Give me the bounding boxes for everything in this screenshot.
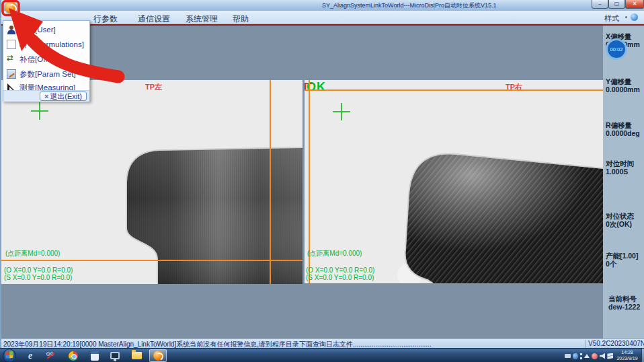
screen: SY_AliagnSystemLinkToWorld---MicroDistPr… bbox=[0, 0, 644, 362]
metric-value: 0.0000mm bbox=[606, 85, 644, 94]
metric-capacity: 产能[1.00] 0个 bbox=[606, 252, 644, 268]
help-orb-icon[interactable] bbox=[631, 13, 638, 21]
menu-option-user[interactable]: 用户[User] bbox=[3, 22, 89, 37]
minimize-button[interactable]: – bbox=[592, 0, 608, 9]
crosshair-left bbox=[31, 102, 48, 120]
menu-option-offset[interactable]: 补偿[Offset] bbox=[3, 52, 89, 67]
menu-option-label: 用户[User] bbox=[19, 25, 56, 35]
metric-value: 0个 bbox=[606, 260, 644, 268]
taskbar-calculator-icon[interactable] bbox=[86, 349, 104, 362]
camera-view-left: TP左 (点距离Md=0.000) (O X=0.0 Y=0.0 R=0.0) … bbox=[1, 80, 303, 284]
crosshair-right bbox=[333, 103, 350, 120]
metric-align-status: 对位状态 0次(OK) bbox=[606, 212, 644, 228]
metric-label: 对位时间 bbox=[606, 159, 644, 168]
metric-label: Y偏移量 bbox=[606, 77, 644, 85]
taskbar-app-active-icon[interactable] bbox=[149, 349, 167, 362]
menu-option-formulations[interactable]: 料号[Formulations] bbox=[3, 37, 89, 52]
window-title: SY_AliagnSystemLinkToWorld---MicroDistPr… bbox=[322, 1, 496, 10]
tray-briefcase-icon[interactable] bbox=[565, 354, 571, 358]
close-x-icon: × bbox=[44, 92, 48, 100]
metric-value: 1.000S bbox=[606, 168, 644, 176]
taskbar-explorer-icon[interactable] bbox=[128, 349, 145, 362]
exit-label: 退出(Exit) bbox=[50, 92, 82, 100]
tray-alert-icon[interactable] bbox=[592, 353, 598, 359]
system-tray bbox=[565, 351, 613, 361]
metric-align-time: 对位时间 1.000S bbox=[606, 159, 644, 176]
menu-option-label: 料号[Formulations] bbox=[19, 40, 84, 50]
status-divider bbox=[585, 340, 586, 348]
version-text: V50.2C20230407N bbox=[588, 340, 644, 347]
menu-option-param-set[interactable]: 参数[Param Set] bbox=[3, 67, 89, 81]
metric-current-part: 当前料号 dew-1222 bbox=[608, 295, 644, 311]
offset-s-readout-right: (S X=0.0 Y=0.0 R=0.0) bbox=[306, 274, 374, 281]
offset-o-readout-left: (O X=0.0 Y=0.0 R=0.0) bbox=[4, 266, 73, 274]
metric-label: 对位状态 bbox=[606, 212, 644, 220]
offset-o-readout-right: (O X=0.0 Y=0.0 R=0.0) bbox=[306, 266, 374, 274]
app-dropdown-menu: 用户[User] 料号[Formulations] 补偿[Offset] 参数[… bbox=[3, 20, 90, 102]
exit-button[interactable]: ×退出(Exit) bbox=[40, 92, 87, 101]
maximize-button[interactable]: ▢ bbox=[608, 0, 625, 9]
offset-icon bbox=[7, 55, 16, 64]
formulations-icon bbox=[7, 40, 16, 49]
show-desktop-button[interactable] bbox=[641, 349, 644, 362]
start-button[interactable] bbox=[2, 349, 17, 362]
distance-readout-right: (点距离Md=0.000) bbox=[307, 249, 362, 258]
metric-y-offset: Y偏移量 0.0000mm bbox=[606, 77, 644, 94]
app-logo-icon[interactable] bbox=[5, 1, 17, 13]
view-label-left: TP左 bbox=[145, 82, 162, 92]
metrics-sidebar: X偏移量 0.0000mm 00:02 Y偏移量 0.0000mm R偏移量 0… bbox=[603, 26, 644, 338]
metric-label: R偏移量 bbox=[606, 121, 644, 129]
tray-dots-icon[interactable] bbox=[580, 353, 582, 359]
style-selector[interactable]: 样式 bbox=[604, 13, 619, 24]
menu-bar: 行参数 通信设置 系统管理 帮助 样式 bbox=[1, 11, 644, 24]
offset-s-readout-left: (S X=0.0 Y=0.0 R=0.0) bbox=[4, 274, 72, 281]
title-bar: SY_AliagnSystemLinkToWorld---MicroDistPr… bbox=[1, 0, 644, 11]
tray-update-icon[interactable] bbox=[573, 353, 579, 359]
taskbar-chrome-icon[interactable] bbox=[65, 349, 82, 362]
metric-value: dew-1222 bbox=[608, 303, 644, 311]
distance-readout-left: (点距离Md=0.000) bbox=[5, 249, 60, 258]
metric-label: 当前料号 bbox=[608, 295, 644, 303]
camera-view-right: OK TP右 (点距离Md=0.000) (O X=0.0 Y=0.0 R=0.… bbox=[305, 80, 603, 283]
align-line-horizontal-left bbox=[1, 260, 303, 261]
status-bar: 2023年09月19日14:20:19[0000 MasterAlign_Lin… bbox=[1, 338, 644, 348]
menu-option-label: 参数[Param Set] bbox=[19, 69, 76, 79]
tray-network-icon[interactable] bbox=[607, 353, 613, 359]
menu-option-label: 补偿[Offset] bbox=[19, 55, 60, 65]
taskbar-clock[interactable]: 14:28 2023/9/19 bbox=[613, 349, 641, 361]
taskbar-network-disconnected-icon[interactable] bbox=[42, 349, 59, 362]
metric-value: 0.0000deg bbox=[606, 129, 644, 137]
recording-timer-badge: 00:02 bbox=[606, 38, 627, 60]
taskbar-computer-icon[interactable] bbox=[106, 349, 124, 362]
align-line-horizontal-right bbox=[305, 89, 603, 91]
close-button[interactable]: ✕ bbox=[625, 0, 644, 9]
taskbar: e 14:28 2023/9/19 bbox=[0, 348, 644, 362]
clock-time: 14:28 bbox=[613, 349, 641, 355]
align-line-vertical-left bbox=[270, 80, 271, 284]
metric-r-offset: R偏移量 0.0000deg bbox=[606, 121, 644, 137]
client-area: TP左 (点距离Md=0.000) (O X=0.0 Y=0.0 R=0.0) … bbox=[1, 26, 644, 338]
style-separator-dot bbox=[625, 16, 627, 18]
metric-label: 产能[1.00] bbox=[606, 252, 644, 260]
clock-date: 2023/9/19 bbox=[613, 355, 641, 361]
tray-volume-icon[interactable] bbox=[600, 353, 606, 359]
metric-value: 0次(OK) bbox=[606, 220, 644, 228]
app-window: SY_AliagnSystemLinkToWorld---MicroDistPr… bbox=[0, 0, 644, 348]
taskbar-ie-icon[interactable]: e bbox=[22, 349, 39, 362]
param-icon bbox=[7, 69, 16, 79]
user-icon bbox=[7, 25, 16, 34]
tray-show-hidden-icon[interactable] bbox=[584, 354, 590, 358]
